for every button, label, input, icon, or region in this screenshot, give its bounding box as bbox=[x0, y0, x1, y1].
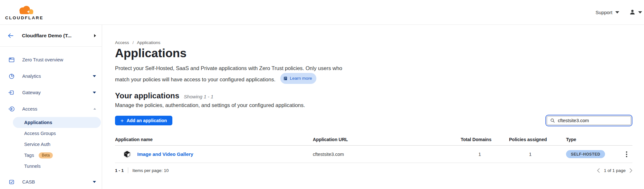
add-application-label: Add an application bbox=[127, 118, 167, 123]
sidebar-item-label: Gateway bbox=[22, 90, 93, 95]
account-switcher[interactable]: Cloudflare Demo (T... bbox=[0, 25, 102, 47]
search-box[interactable] bbox=[547, 116, 631, 125]
breadcrumb-separator: / bbox=[132, 40, 134, 45]
account-name: Cloudflare Demo (T... bbox=[22, 33, 94, 39]
sidebar-item-analytics[interactable]: Analytics bbox=[0, 68, 102, 84]
support-menu[interactable]: Support bbox=[595, 10, 619, 15]
description-line2: match your policies will have access to … bbox=[115, 76, 275, 82]
col-total-domains: Total Domains bbox=[461, 137, 499, 142]
chevron-right-icon bbox=[94, 34, 96, 37]
beta-badge: Beta bbox=[39, 152, 53, 158]
page-title: Applications bbox=[115, 47, 632, 60]
type-badge: SELF-HOSTED bbox=[566, 150, 605, 158]
section-subtitle: Manage the policies, authentication, and… bbox=[115, 102, 632, 108]
user-icon bbox=[629, 9, 636, 16]
chevron-right-icon bbox=[630, 168, 632, 173]
sidebar: Cloudflare Demo (T... Zero Trust overvie… bbox=[0, 25, 102, 189]
learn-more-button[interactable]: Learn more bbox=[280, 73, 316, 84]
chevron-down-icon bbox=[93, 181, 96, 183]
pagination: 1 - 1 Items per page: 10 1 of 1 page bbox=[115, 163, 632, 178]
app-cube-icon bbox=[123, 150, 131, 158]
sidebar-nav: Zero Trust overview Analytics Gateway bbox=[0, 47, 102, 189]
support-label: Support bbox=[595, 10, 612, 15]
chevron-down-icon bbox=[638, 11, 642, 14]
breadcrumb: Access / Applications bbox=[115, 40, 632, 45]
section-title: Your applications bbox=[115, 91, 179, 101]
sidebar-item-label: Applications bbox=[13, 120, 52, 125]
application-url: cftestsite3.com bbox=[313, 152, 461, 157]
col-policies-assigned: Policies assigned bbox=[499, 137, 562, 142]
col-application-url: Application URL bbox=[313, 137, 461, 142]
chevron-up-icon bbox=[93, 108, 96, 110]
search-input[interactable] bbox=[558, 118, 628, 123]
window-icon bbox=[8, 57, 15, 63]
showing-count: Showing 1 - 1 bbox=[184, 94, 214, 99]
previous-page-button[interactable] bbox=[597, 168, 600, 173]
sidebar-item-label: Tunnels bbox=[0, 164, 41, 169]
casb-check-icon bbox=[8, 179, 15, 185]
pagination-divider bbox=[128, 167, 128, 173]
col-type: Type bbox=[562, 137, 621, 142]
search-focus-ring bbox=[545, 115, 632, 126]
sidebar-item-tunnels[interactable]: Tunnels bbox=[0, 161, 102, 172]
total-domains-value: 1 bbox=[461, 152, 499, 157]
book-icon bbox=[283, 76, 288, 81]
chevron-down-icon bbox=[615, 11, 619, 14]
row-menu-button[interactable] bbox=[621, 150, 632, 158]
sidebar-item-label: Zero Trust overview bbox=[22, 57, 96, 62]
breadcrumb-access[interactable]: Access bbox=[115, 40, 129, 45]
page-info: 1 of 1 page bbox=[604, 168, 626, 173]
sidebar-item-label: Analytics bbox=[22, 74, 93, 79]
items-per-page[interactable]: Items per page: 10 bbox=[132, 168, 169, 173]
sidebar-item-applications[interactable]: Applications bbox=[13, 117, 101, 128]
user-menu[interactable] bbox=[629, 9, 642, 16]
sidebar-item-casb[interactable]: CASB bbox=[0, 174, 102, 189]
chevron-down-icon bbox=[93, 75, 96, 77]
page-description: Protect your Self-Hosted, SaaS and Priva… bbox=[115, 64, 632, 84]
description-line1: Protect your Self-Hosted, SaaS and Priva… bbox=[115, 65, 342, 71]
sidebar-item-label: Access bbox=[22, 106, 93, 112]
search-icon bbox=[550, 118, 555, 123]
col-application-name: Application name bbox=[115, 137, 313, 142]
table-header: Application name Application URL Total D… bbox=[115, 133, 632, 146]
sidebar-item-service-auth[interactable]: Service Auth bbox=[0, 139, 102, 150]
next-page-button[interactable] bbox=[630, 168, 632, 173]
chevron-left-icon bbox=[597, 168, 600, 173]
gateway-icon bbox=[8, 89, 15, 96]
add-application-button[interactable]: + Add an application bbox=[115, 116, 172, 125]
sidebar-item-tags[interactable]: Tags Beta bbox=[0, 150, 102, 161]
sidebar-item-access[interactable]: Access bbox=[0, 101, 102, 117]
sidebar-item-gateway[interactable]: Gateway bbox=[0, 84, 102, 101]
back-arrow-icon[interactable] bbox=[7, 32, 14, 39]
sidebar-item-label: CASB bbox=[22, 179, 93, 184]
cloudflare-logo: CLOUDFLARE bbox=[5, 4, 50, 20]
learn-more-label: Learn more bbox=[290, 74, 312, 83]
sidebar-item-access-groups[interactable]: Access Groups bbox=[0, 128, 102, 139]
access-login-icon bbox=[8, 106, 15, 112]
sidebar-item-label: Access Groups bbox=[0, 131, 56, 136]
cloudflare-wordmark: CLOUDFLARE bbox=[5, 15, 50, 20]
sidebar-item-label: Service Auth bbox=[0, 142, 50, 147]
top-bar: CLOUDFLARE Support bbox=[0, 0, 644, 25]
cloudflare-cloud-icon bbox=[14, 4, 37, 15]
policies-assigned-value: 1 bbox=[499, 152, 562, 157]
main-content: Access / Applications Applications Prote… bbox=[102, 25, 644, 189]
table-row: Image and Video Gallery cftestsite3.com … bbox=[115, 146, 632, 163]
plus-icon: + bbox=[120, 118, 124, 123]
pagination-range: 1 - 1 bbox=[115, 168, 124, 173]
access-subnav: Applications Access Groups Service Auth … bbox=[0, 117, 102, 172]
chevron-down-icon bbox=[93, 92, 96, 94]
application-link[interactable]: Image and Video Gallery bbox=[137, 151, 193, 157]
sidebar-item-zero-trust-overview[interactable]: Zero Trust overview bbox=[0, 51, 102, 68]
sidebar-item-label: Tags bbox=[0, 153, 34, 158]
pie-chart-icon bbox=[8, 73, 15, 79]
breadcrumb-applications[interactable]: Applications bbox=[137, 40, 160, 45]
